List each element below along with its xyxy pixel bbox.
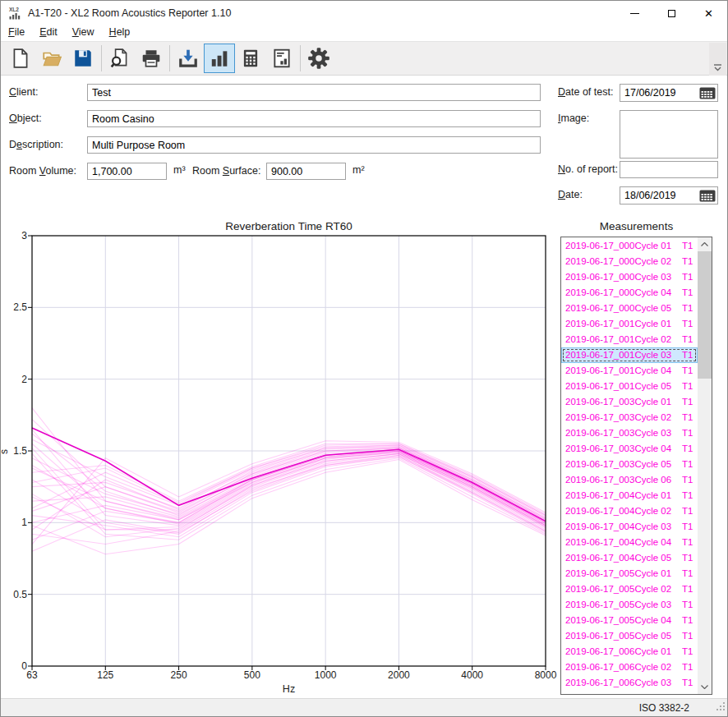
measurement-item[interactable]: 2019-06-17_003Cycle 04T1 [561,441,698,457]
status-standard-label: ISO 3382-2 [639,702,689,714]
print-button[interactable] [136,44,167,73]
measurement-item[interactable]: 2019-06-17_000Cycle 02T1 [561,254,698,269]
description-input[interactable] [87,136,541,154]
measurement-tag: T1 [682,316,693,332]
scrollbar-thumb[interactable] [698,251,712,379]
measurement-item[interactable]: 2019-06-17_000Cycle 04T1 [561,285,698,301]
toolbar-overflow-button[interactable] [709,43,726,76]
measurements-scrollbar[interactable] [698,237,712,694]
maximize-icon [668,10,675,17]
measurement-name: 2019-06-17_001Cycle 02 [565,332,671,347]
room-surface-input[interactable] [266,163,346,180]
measurement-item[interactable]: 2019-06-17_001Cycle 03T1 [561,347,698,363]
scroll-up-button[interactable] [698,237,712,251]
maximize-button[interactable] [653,1,690,25]
y-tick-label: 0.5 [4,589,27,600]
save-button[interactable] [67,44,99,73]
measurement-item[interactable]: 2019-06-17_005Cycle 01T1 [561,566,698,581]
measurement-item[interactable]: 2019-06-17_003Cycle 05T1 [561,457,698,472]
export-button[interactable] [173,44,204,73]
new-document-button[interactable] [5,44,36,73]
measurement-item[interactable]: 2019-06-17_005Cycle 02T1 [561,581,698,597]
menu-edit[interactable]: Edit [32,25,65,41]
measurement-item[interactable]: 2019-06-17_004Cycle 02T1 [561,503,698,519]
toolbar [1,41,727,76]
measurement-tag: T1 [682,644,693,660]
measurement-item[interactable]: 2019-06-17_005Cycle 03T1 [561,597,698,613]
measurement-item[interactable]: 2019-06-17_001Cycle 04T1 [561,363,698,379]
measurement-item[interactable]: 2019-06-17_006Cycle 01T1 [561,644,698,660]
minimize-button[interactable] [616,1,653,25]
measurement-item[interactable]: 2019-06-17_000Cycle 03T1 [561,269,698,285]
menu-file[interactable]: File [1,25,32,41]
measurement-tag: T1 [682,441,693,457]
app-logo-icon: XL2 [8,6,23,21]
resize-grip[interactable] [715,700,726,715]
image-box[interactable] [620,110,718,159]
print-preview-icon [109,48,131,69]
report-icon [271,48,293,69]
measurement-item[interactable]: 2019-06-17_003Cycle 03T1 [561,425,698,441]
chart-title: Reverberation Time RT60 [32,220,546,232]
measurement-name: 2019-06-17_003Cycle 06 [565,472,671,488]
scroll-down-button[interactable] [698,680,712,694]
object-input[interactable] [87,110,541,127]
no-of-report-input[interactable] [620,161,718,178]
measurement-item[interactable]: 2019-06-17_003Cycle 06T1 [561,472,698,488]
description-label: Description: [9,139,63,150]
print-preview-button[interactable] [104,44,136,73]
measurement-item[interactable]: 2019-06-17_006Cycle 03T1 [561,675,698,691]
print-icon [141,48,162,69]
room-volume-unit: m³ [173,164,186,176]
calculator-button[interactable] [235,44,266,73]
toolbar-separator [169,45,170,71]
measurement-tag: T1 [682,269,693,285]
toolbar-separator [101,45,102,71]
measurement-name: 2019-06-17_004Cycle 04 [565,535,671,550]
measurement-name: 2019-06-17_005Cycle 02 [565,581,671,597]
measurement-name: 2019-06-17_003Cycle 02 [565,410,671,425]
client-input[interactable] [87,84,541,101]
titlebar: XL2 A1-T20 - XL2 Room Acoustics Reporter… [1,1,727,25]
measurement-item[interactable]: 2019-06-17_004Cycle 04T1 [561,535,698,550]
measurement-name: 2019-06-17_000Cycle 04 [565,285,671,301]
measurement-item[interactable]: 2019-06-17_003Cycle 01T1 [561,394,698,410]
room-volume-input[interactable] [87,163,167,180]
measurements-title: Measurements [560,220,712,232]
y-tick-label: 3 [4,230,27,241]
measurement-item[interactable]: 2019-06-17_001Cycle 02T1 [561,332,698,347]
x-tick-label: 2000 [376,669,422,681]
measurement-name: 2019-06-17_001Cycle 03 [565,347,671,363]
open-file-button[interactable] [36,44,67,73]
measurement-item[interactable]: 2019-06-17_000Cycle 01T1 [561,238,698,254]
measurement-tag: T1 [682,363,693,379]
measurement-name: 2019-06-17_003Cycle 05 [565,457,671,472]
measurement-item[interactable]: 2019-06-17_005Cycle 05T1 [561,628,698,644]
measurement-item[interactable]: 2019-06-17_000Cycle 05T1 [561,301,698,316]
date-input[interactable] [620,187,698,204]
measurement-name: 2019-06-17_001Cycle 04 [565,363,671,379]
date-of-test-calendar-button[interactable] [698,85,716,100]
menu-view[interactable]: View [65,25,102,41]
measurement-item[interactable]: 2019-06-17_004Cycle 05T1 [561,550,698,566]
measurement-item[interactable]: 2019-06-17_006Cycle 02T1 [561,660,698,675]
menu-help[interactable]: Help [102,25,138,41]
bar-chart-icon [209,48,230,69]
measurement-item[interactable]: 2019-06-17_001Cycle 05T1 [561,379,698,394]
measurement-item[interactable]: 2019-06-17_003Cycle 02T1 [561,410,698,425]
measurement-item[interactable]: 2019-06-17_005Cycle 04T1 [561,613,698,628]
measurement-item[interactable]: 2019-06-17_004Cycle 01T1 [561,488,698,503]
report-button[interactable] [266,44,297,73]
x-tick-label: 250 [156,669,202,681]
date-label: Date: [558,189,583,200]
measurement-item[interactable]: 2019-06-17_001Cycle 01T1 [561,316,698,332]
measurement-item[interactable]: 2019-06-17_004Cycle 03T1 [561,519,698,535]
close-button[interactable]: ✕ [690,1,727,25]
x-axis-label: Hz [32,683,546,695]
settings-button[interactable] [303,44,334,73]
date-calendar-button[interactable] [698,188,716,203]
image-label: Image: [558,113,589,124]
date-of-test-input[interactable] [620,85,698,101]
bar-chart-button[interactable] [204,44,235,73]
measurement-tag: T1 [682,347,693,363]
